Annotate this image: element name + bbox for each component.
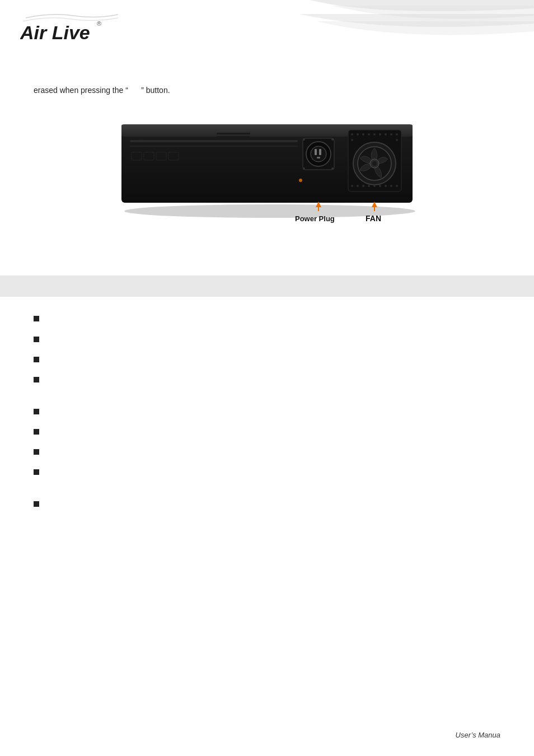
list-item: [34, 334, 500, 346]
page-header: Air Live ®: [0, 0, 534, 56]
svg-rect-6: [130, 146, 298, 147]
svg-point-22: [331, 167, 334, 170]
svg-rect-11: [217, 133, 250, 134]
footer: User’s Manua: [456, 731, 500, 739]
svg-point-29: [373, 133, 376, 136]
svg-point-34: [351, 139, 353, 141]
list-item: [34, 427, 500, 438]
bullet-text-4: [47, 375, 500, 398]
svg-point-35: [396, 139, 398, 141]
list-item: [34, 314, 500, 325]
intro-text-before: erased when pressing the “: [34, 86, 128, 95]
switch-svg: Power Plug FAN: [105, 113, 429, 225]
switch-diagram-container: Power Plug FAN: [105, 113, 429, 214]
svg-rect-12: [217, 136, 250, 138]
footer-text: User’s Manua: [456, 731, 500, 739]
svg-point-15: [311, 146, 326, 162]
svg-point-40: [351, 185, 353, 187]
svg-rect-5: [130, 140, 298, 142]
svg-rect-10: [168, 152, 179, 160]
svg-point-28: [368, 133, 370, 136]
svg-point-42: [362, 185, 364, 187]
svg-text:®: ®: [97, 20, 101, 27]
svg-point-31: [385, 133, 387, 136]
airlive-logo-svg: Air Live ®: [20, 10, 118, 46]
svg-point-47: [390, 185, 392, 187]
svg-point-26: [357, 133, 359, 136]
bullet-text-7: [47, 447, 500, 458]
bullet-text-6: [47, 427, 500, 438]
list-item: [34, 447, 500, 458]
bullet-text-1: [47, 314, 500, 325]
bullet-square-7: [34, 449, 39, 455]
header-decoration: [265, 0, 534, 53]
svg-rect-8: [144, 152, 154, 160]
gray-divider-band: [0, 276, 534, 297]
svg-point-45: [379, 185, 381, 187]
svg-point-33: [396, 133, 398, 136]
svg-text:Power Plug: Power Plug: [295, 214, 335, 223]
svg-rect-16: [315, 149, 317, 155]
bullet-square-9: [34, 501, 39, 507]
svg-point-44: [373, 185, 376, 187]
svg-point-41: [357, 185, 359, 187]
bullet-square-6: [34, 429, 39, 435]
bullet-square-8: [34, 469, 39, 475]
bullet-square-3: [34, 357, 39, 362]
bullet-text-8: [47, 467, 500, 490]
intro-paragraph: erased when pressing the “ ” button.: [34, 84, 500, 96]
svg-point-32: [390, 133, 392, 136]
list-item: [34, 407, 500, 418]
svg-point-21: [303, 167, 305, 170]
list-item: [34, 467, 500, 490]
bullet-text-9: [47, 499, 500, 510]
svg-point-39: [372, 161, 377, 166]
svg-point-46: [385, 185, 387, 187]
svg-rect-18: [317, 157, 320, 158]
svg-point-43: [368, 185, 370, 187]
intro-text-blank: [128, 86, 141, 95]
svg-point-20: [331, 138, 334, 141]
bullet-text-5: [47, 407, 500, 418]
svg-point-23: [299, 179, 302, 182]
svg-text:Air Live: Air Live: [20, 22, 90, 43]
bullet-square-5: [34, 409, 39, 414]
svg-rect-17: [319, 149, 321, 155]
svg-rect-7: [132, 152, 142, 160]
bullet-text-3: [47, 354, 500, 366]
device-diagram: Power Plug FAN: [34, 113, 500, 214]
svg-point-27: [362, 133, 364, 136]
svg-point-48: [396, 185, 398, 187]
bullet-square-4: [34, 377, 39, 382]
header-swoosh-svg: [265, 0, 534, 53]
svg-text:FAN: FAN: [366, 214, 381, 223]
list-item: [34, 499, 500, 510]
intro-text-after: ” button.: [141, 86, 170, 95]
main-content: erased when pressing the “ ” button.: [0, 56, 534, 242]
list-item: [34, 375, 500, 398]
svg-point-19: [303, 138, 305, 141]
svg-point-25: [351, 133, 353, 136]
svg-point-30: [379, 133, 381, 136]
svg-rect-9: [156, 152, 166, 160]
logo: Air Live ®: [20, 10, 118, 48]
list-item: [34, 354, 500, 366]
bullet-text-2: [47, 334, 500, 346]
bullet-list-section: [0, 314, 534, 510]
bullet-square-1: [34, 316, 39, 321]
bullet-square-2: [34, 337, 39, 342]
